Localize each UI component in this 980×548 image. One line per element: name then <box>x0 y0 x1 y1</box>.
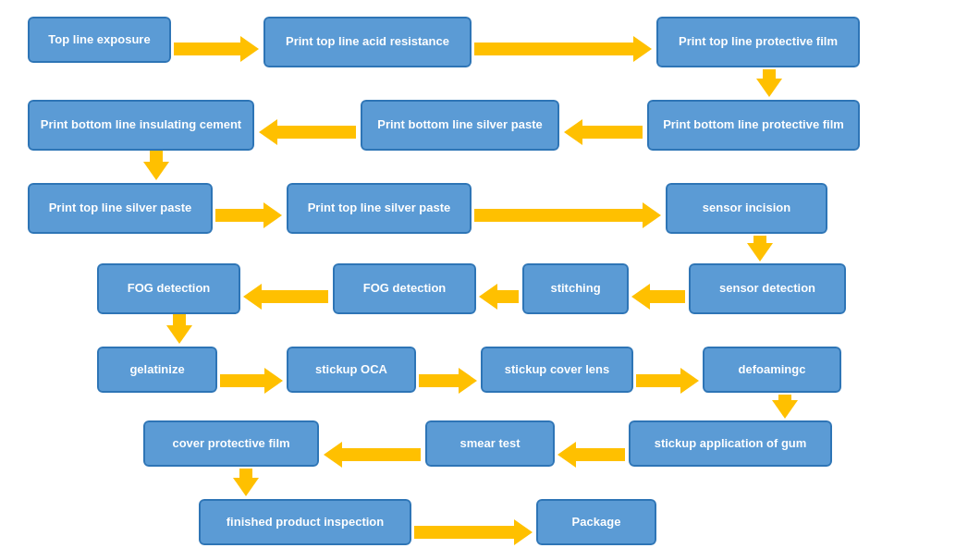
cover-protective-film: cover protective film <box>143 420 319 467</box>
print-bottom-insulating: Print bottom line insulating cement <box>28 100 254 151</box>
finished-product-inspection: finished product inspection <box>199 499 411 545</box>
arrow-a9 <box>747 236 773 262</box>
arrow-a6 <box>143 151 169 180</box>
defoamingc: defoamingc <box>703 347 841 393</box>
arrow-a19 <box>557 442 625 468</box>
arrow-a1 <box>174 36 259 62</box>
package: Package <box>536 499 656 545</box>
arrow-a10 <box>243 284 328 310</box>
arrow-a14 <box>220 368 283 394</box>
arrow-a8 <box>474 202 661 228</box>
gelatinize: gelatinize <box>97 347 217 393</box>
stitching: stitching <box>522 263 629 314</box>
fog-detection-2: FOG detection <box>333 263 476 314</box>
arrow-a13 <box>166 314 192 344</box>
stickup-cover-lens: stickup cover lens <box>481 347 633 393</box>
sensor-incision: sensor incision <box>666 183 827 234</box>
arrow-a17 <box>772 395 798 419</box>
top-line-exposure: Top line exposure <box>28 17 171 63</box>
arrow-a7 <box>215 202 282 228</box>
stickup-oca: stickup OCA <box>287 347 416 393</box>
sensor-detection: sensor detection <box>689 263 846 314</box>
stickup-application-gum: stickup application of gum <box>629 420 832 467</box>
print-top-acid: Print top line acid resistance <box>263 17 472 67</box>
print-top-silver-paste-2: Print top line silver paste <box>287 183 472 234</box>
arrow-a20 <box>233 469 259 496</box>
arrow-a18 <box>324 442 421 468</box>
fog-detection-1: FOG detection <box>97 263 240 314</box>
arrow-a16 <box>636 368 699 394</box>
smear-test: smear test <box>425 420 555 467</box>
print-bottom-silver-paste: Print bottom line silver paste <box>361 100 559 151</box>
arrow-a15 <box>419 368 477 394</box>
process-diagram: Top line exposurePrint top line acid res… <box>0 0 980 548</box>
print-top-silver-paste-1: Print top line silver paste <box>28 183 213 234</box>
arrow-a12 <box>631 284 685 310</box>
arrow-a21 <box>414 519 533 545</box>
print-bottom-protective-film: Print bottom line protective film <box>647 100 860 151</box>
arrow-a11 <box>479 284 519 310</box>
print-top-protective-film: Print top line protective film <box>656 17 860 67</box>
arrow-a3 <box>756 69 782 97</box>
arrow-a5 <box>564 119 643 145</box>
arrow-a4 <box>259 119 356 145</box>
arrow-a2 <box>474 36 652 62</box>
